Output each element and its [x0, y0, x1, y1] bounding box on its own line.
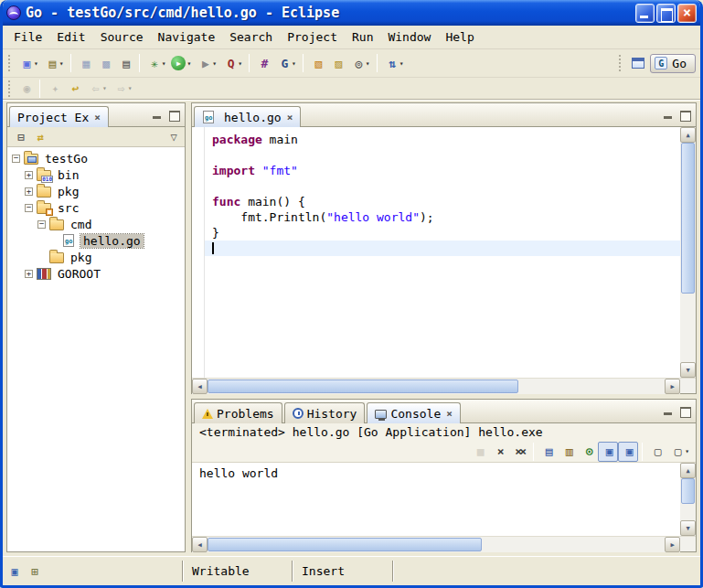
close-tab-icon[interactable] [94, 112, 101, 123]
editor-horizontal-scrollbar[interactable] [192, 379, 680, 394]
scroll-right-button[interactable] [665, 537, 680, 552]
menu-window[interactable]: Window [380, 27, 438, 47]
scrollbar-track[interactable] [208, 537, 665, 552]
close-tab-icon[interactable] [287, 112, 293, 123]
scrollbar-track[interactable] [680, 143, 696, 362]
menu-source[interactable]: Source [93, 27, 151, 47]
maximize-view-button[interactable] [166, 108, 183, 123]
code-line-1[interactable]: package main [205, 132, 680, 147]
close-tab-icon[interactable] [446, 408, 453, 420]
scroll-left-button[interactable] [192, 379, 208, 394]
tab-project-explorer[interactable]: Project Ex [9, 106, 109, 127]
tree-expander-icon[interactable] [12, 155, 20, 163]
titlebar[interactable]: Go - testGo/src/cmd/hello.go - Eclipse [3, 0, 700, 26]
code-line-8[interactable] [205, 241, 680, 256]
menu-help[interactable]: Help [438, 27, 481, 47]
tree-expander-icon[interactable] [25, 187, 33, 196]
menu-run[interactable]: Run [345, 27, 380, 47]
tab-console[interactable]: Console [367, 402, 460, 423]
run-button[interactable]: ▶▾ [168, 53, 194, 73]
clear-console-button[interactable]: ▤ [538, 442, 558, 462]
code-line-5[interactable]: func main() { [205, 194, 680, 209]
console-output[interactable]: hello world [192, 463, 680, 536]
tree-expander-icon[interactable] [25, 204, 33, 212]
tree-expander-icon[interactable] [37, 220, 46, 229]
go-perspective-button[interactable]: G Go [650, 54, 696, 73]
tab-problems[interactable]: Problems [194, 402, 282, 423]
tree-item-src[interactable]: src [7, 199, 185, 216]
show-stdout-button[interactable]: ▣ [598, 442, 618, 462]
scroll-right-button[interactable] [665, 379, 680, 394]
menu-search[interactable]: Search [222, 27, 280, 47]
open-resource-button[interactable]: ▨ [327, 53, 347, 73]
open-toolbox-button[interactable]: ▧ [307, 53, 327, 73]
tree-item-testGo[interactable]: testGo [7, 150, 185, 166]
menu-project[interactable]: Project [280, 27, 345, 47]
link-with-editor-button[interactable]: ⇄ [29, 127, 48, 146]
external-tools-button[interactable]: Q▾ [219, 53, 245, 73]
menu-edit[interactable]: Edit [49, 27, 92, 47]
tree-item-GOROOT[interactable]: GOROOT [7, 265, 185, 282]
tab-hello-go[interactable]: hello.go [194, 106, 301, 127]
open-perspective-button[interactable] [629, 55, 647, 71]
console-horizontal-scrollbar[interactable] [192, 537, 680, 552]
minimize-view-button[interactable] [148, 108, 165, 123]
display-selected-console-button[interactable]: ▢ [646, 442, 666, 462]
last-edit-location-button[interactable]: ↩ [64, 79, 84, 99]
search-button[interactable]: ◎▾ [347, 53, 373, 73]
scrollbar-thumb[interactable] [681, 143, 695, 294]
tree-item-pkg[interactable]: pkg [7, 249, 185, 265]
maximize-view-button[interactable] [677, 108, 694, 123]
fast-view-icon[interactable]: ▣ [6, 563, 23, 580]
code-line-4[interactable] [205, 178, 680, 194]
scroll-lock-button[interactable]: ▥ [558, 442, 578, 462]
open-console-button[interactable]: ▢▾ [666, 442, 692, 462]
close-button[interactable] [677, 4, 697, 23]
scrollbar-thumb[interactable] [208, 538, 482, 551]
editor-vertical-scrollbar[interactable] [680, 127, 696, 378]
team-sync-button[interactable]: ⇅▾ [381, 53, 407, 73]
code-area[interactable]: package mainimport "fmt"func main() { fm… [205, 127, 680, 378]
tree-item-hello.go[interactable]: hello.go [7, 232, 185, 249]
run-last-tool-button[interactable]: ▶▾ [194, 53, 219, 73]
new-go-file-button[interactable]: G▾ [273, 53, 299, 73]
scroll-up-button[interactable] [680, 127, 696, 143]
tree-item-cmd[interactable]: cmd [7, 216, 185, 232]
collapse-all-button[interactable]: ⊟ [10, 127, 29, 146]
scroll-down-button[interactable] [680, 520, 696, 536]
show-stderr-button[interactable]: ▣ [618, 442, 638, 462]
new-go-package-button[interactable]: # [253, 53, 273, 73]
console-vertical-scrollbar[interactable] [680, 463, 696, 536]
code-line-7[interactable]: } [205, 225, 680, 241]
tree-expander-icon[interactable] [25, 270, 33, 278]
maximize-view-button[interactable] [677, 404, 694, 419]
view-menu-button[interactable]: ▽ [163, 127, 182, 146]
scroll-down-button[interactable] [680, 362, 696, 378]
remove-launch-button[interactable]: × [489, 442, 509, 462]
menu-file[interactable]: File [6, 27, 49, 47]
new-wizard-button[interactable]: ▣▾ [16, 53, 41, 73]
scrollbar-thumb[interactable] [681, 478, 695, 504]
show-view-tray-icon[interactable]: ⊞ [27, 563, 43, 580]
new-project-button[interactable]: ▤▾ [41, 53, 67, 73]
tree-expander-icon[interactable] [25, 171, 33, 179]
tree-item-pkg[interactable]: pkg [7, 183, 185, 199]
scrollbar-track[interactable] [680, 478, 696, 520]
minimize-view-button[interactable] [659, 404, 676, 419]
scrollbar-track[interactable] [208, 379, 665, 394]
minimize-view-button[interactable] [659, 108, 676, 123]
minimize-button[interactable] [635, 4, 655, 23]
scroll-left-button[interactable] [192, 537, 208, 552]
scrollbar-thumb[interactable] [208, 380, 518, 393]
menu-navigate[interactable]: Navigate [151, 27, 223, 47]
code-line-3[interactable]: import "fmt" [205, 163, 680, 178]
remove-all-launches-button[interactable]: ×× [509, 442, 529, 462]
print-button[interactable]: ▤ [115, 53, 135, 73]
code-line-6[interactable]: fmt.Println("hello world"); [205, 209, 680, 225]
tree-item-bin[interactable]: bin [7, 166, 185, 183]
scroll-up-button[interactable] [680, 463, 696, 478]
code-line-2[interactable] [205, 147, 680, 163]
maximize-button[interactable] [656, 4, 676, 23]
tab-history[interactable]: History [284, 402, 366, 423]
debug-button[interactable]: ✳▾ [144, 53, 169, 73]
